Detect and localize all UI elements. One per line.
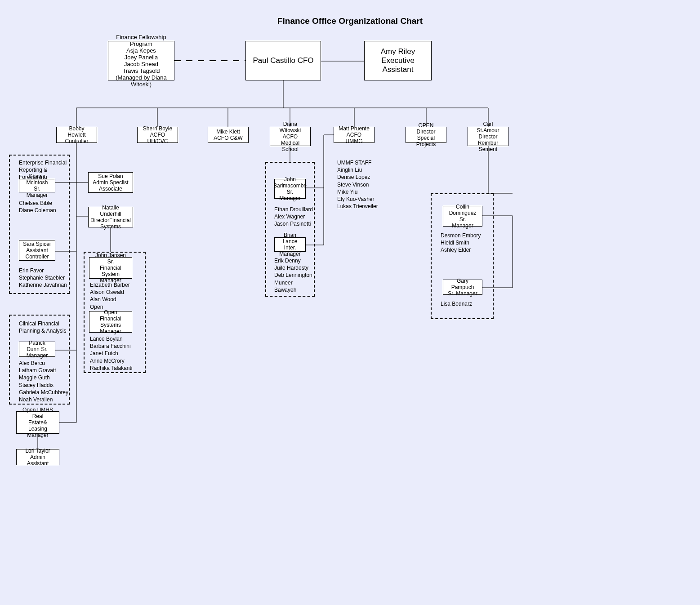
real-estate-box: Open UMHS Real Estate& Leasing Manager xyxy=(16,411,59,434)
collin-dominguez-box: Collin Dominguez Sr. Manager xyxy=(443,206,482,227)
chart-title: Finance Office Organizational Chart xyxy=(0,16,700,26)
acfo-uhcvc-box: Sherri Boyle ACFO UH/CVC xyxy=(137,127,178,143)
bl-staff: Erik Denny Juile Hardesty Deb Lennington… xyxy=(274,257,312,294)
gp-staff: Lisa Bednarz xyxy=(441,300,472,307)
controller-role: Controller xyxy=(65,138,88,144)
director-reimbursement-box: Carl St.Amour Director Reimbur Sement xyxy=(468,127,508,146)
fellowship-box: Finance Fellowship Program Asja Kepes Jo… xyxy=(108,41,174,80)
sue-polan-box: Sue Polan Admin Speclist Associate xyxy=(88,172,133,193)
lori-taylor-box: Lori Taylor Admin Assistant xyxy=(16,449,59,465)
acfo-cw-box: Mike Klett ACFO C&W xyxy=(208,127,249,143)
natalie-underhill-box: Natalie Underhill DirectorFinancial Syst… xyxy=(88,207,133,227)
john-jansen-box: John Jansen Sr. Financial System Manager xyxy=(89,257,132,279)
sara-spicer-box: Sara Spicer Assistant Controller xyxy=(19,240,55,261)
open-fs-manager-box: Open Financial Systems Manager xyxy=(89,311,132,333)
jj-staff: Elizabeth Barber Alison Oswald Alan Wood… xyxy=(90,281,130,311)
fellowship-line-1: Finance Fellowship Program xyxy=(112,34,170,47)
shawn-mcintosh-box: Shawn Mcintosh Sr. Manager xyxy=(19,179,55,192)
ea-name: Amy Riley xyxy=(381,47,415,56)
shawn-staff: Chelsea Bible Diane Coleman xyxy=(19,200,56,214)
cd-staff: Desmon Embory Hieldl Smith Ashley Elder xyxy=(441,232,481,254)
ea-role: Executive Assistant xyxy=(368,56,428,74)
ummg-staff: UMMF STAFF Xinglin Liu Denise Lopez Stev… xyxy=(337,159,378,210)
controller-box: Bobby Hewlett Controller xyxy=(56,127,97,143)
fellowship-line-6: (Managed by Diana Witoski) xyxy=(112,74,170,88)
executive-assistant-box: Amy Riley Executive Assistant xyxy=(364,41,432,80)
acfo-medical-box: Diana Witowski ACFO Medical School xyxy=(270,127,311,146)
jb-staff: Ethan Drouillard Alex Wagner Jason Pasin… xyxy=(274,206,313,228)
cfo-box: Paul Castillo CFO xyxy=(245,41,321,80)
controller-name: Bobby Hewlett xyxy=(60,125,93,138)
cfpa-title: Clinical Financial Planning & Analysis xyxy=(19,320,66,334)
fellowship-line-4: Jacob Snead xyxy=(124,61,158,67)
gary-pampuch-box: Gary Pampuch Sr. Manager xyxy=(443,280,482,295)
fellowship-line-2: Asja Kepes xyxy=(126,47,156,54)
fellowship-line-3: Joey Panella xyxy=(125,54,158,61)
sara-staff: Erin Favor Stephanie Staebler Katherine … xyxy=(19,267,67,289)
brian-lance-box: Brian Lance Inter. Manager xyxy=(274,237,306,252)
ofs-staff: Lance Boylan Barbara Facchini Janet Futc… xyxy=(90,335,133,372)
cfo-name: Paul Castillo CFO xyxy=(253,56,313,65)
open-director-box: OPEN Director Special Projects xyxy=(406,127,446,143)
fellowship-line-5: Travis Tagsold xyxy=(122,67,160,74)
patrick-dunn-box: Patrick Dunn Sr. Manager xyxy=(19,342,55,357)
john-barimacombe-box: John Barimacombe Sr. Manager xyxy=(274,179,306,199)
pd-staff: Alex Bercu Latham Gravatt Maggie Guth St… xyxy=(19,360,68,403)
acfo-ummg-box: Matt Pruente ACFO UMMG xyxy=(334,127,375,143)
